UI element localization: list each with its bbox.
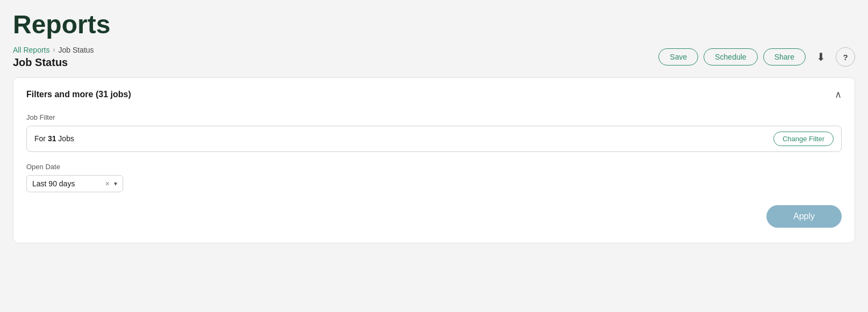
clear-icon[interactable]: × (105, 180, 110, 187)
job-filter-value: For 31 Jobs (34, 134, 773, 143)
help-icon: ? (843, 53, 848, 62)
header-row: All Reports › Job Status Job Status Save… (13, 46, 855, 69)
job-filter-count: 31 (48, 134, 56, 143)
share-button[interactable]: Share (763, 48, 806, 66)
filter-card-title: Filters and more (31 jobs) (26, 90, 131, 99)
job-filter-section: Job Filter For 31 Jobs Change Filter (26, 113, 842, 152)
job-filter-row: For 31 Jobs Change Filter (26, 126, 842, 152)
job-count-label: (31 jobs) (96, 90, 131, 99)
apply-button[interactable]: Apply (766, 205, 842, 228)
collapse-icon: ∧ (835, 89, 842, 100)
breadcrumb-current: Job Status (58, 46, 94, 54)
breadcrumb: All Reports › Job Status (13, 46, 94, 54)
filter-card-header: Filters and more (31 jobs) ∧ (26, 89, 842, 100)
download-button[interactable]: ⬇ (811, 47, 830, 67)
left-section: All Reports › Job Status Job Status (13, 46, 94, 69)
open-date-value: Last 90 days (32, 179, 101, 188)
open-date-dropdown[interactable]: Last 90 days × ▾ (26, 175, 123, 192)
toolbar: Save Schedule Share ⬇ ? (658, 47, 855, 67)
filters-and-more-label: Filters and more (26, 90, 93, 99)
save-button[interactable]: Save (658, 48, 698, 66)
footer-row: Apply (26, 205, 842, 228)
open-date-label: Open Date (26, 163, 842, 171)
filter-card: Filters and more (31 jobs) ∧ Job Filter … (13, 77, 855, 243)
job-filter-label: Job Filter (26, 113, 842, 121)
help-button[interactable]: ? (836, 47, 855, 67)
download-icon: ⬇ (816, 50, 826, 63)
schedule-button[interactable]: Schedule (704, 48, 757, 66)
open-date-section: Open Date Last 90 days × ▾ (26, 163, 842, 192)
chevron-down-icon: ▾ (114, 180, 117, 187)
sub-title: Job Status (13, 56, 94, 69)
breadcrumb-separator: › (53, 46, 55, 54)
job-filter-suffix: Jobs (56, 134, 74, 143)
job-filter-prefix: For (34, 134, 48, 143)
breadcrumb-all-reports[interactable]: All Reports (13, 46, 49, 54)
change-filter-button[interactable]: Change Filter (773, 132, 834, 146)
collapse-button[interactable]: ∧ (835, 89, 842, 100)
page-title: Reports (13, 11, 855, 39)
